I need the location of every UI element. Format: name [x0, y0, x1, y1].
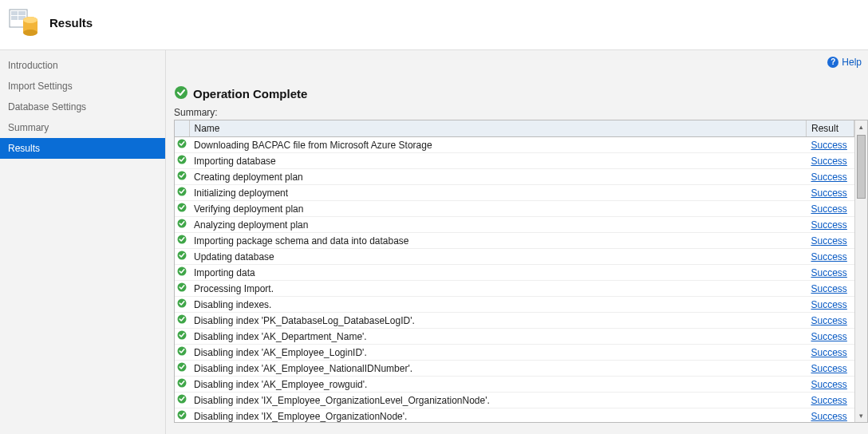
table-row[interactable]: Disabling index 'AK_Employee_rowguid'.Su… — [175, 377, 854, 393]
row-name: Initializing deployment — [189, 185, 807, 201]
row-result: Success — [807, 345, 854, 361]
row-result: Success — [807, 185, 854, 201]
row-name: Disabling indexes. — [189, 297, 807, 313]
row-result: Success — [807, 153, 854, 169]
main-panel: ? Help Operation Complete Summary: Name — [166, 50, 868, 434]
result-link[interactable]: Success — [811, 283, 847, 294]
row-name: Importing package schema and data into d… — [189, 233, 807, 249]
table-row[interactable]: Importing dataSuccess — [175, 265, 854, 281]
row-result: Success — [807, 408, 854, 423]
row-result: Success — [807, 313, 854, 329]
row-result: Success — [807, 265, 854, 281]
result-link[interactable]: Success — [811, 411, 847, 422]
row-result: Success — [807, 137, 854, 153]
row-name: Disabling index 'AK_Employee_rowguid'. — [189, 377, 807, 393]
result-link[interactable]: Success — [811, 315, 847, 326]
summary-label: Summary: — [174, 107, 868, 118]
row-status-icon — [175, 249, 189, 265]
help-label: Help — [842, 57, 862, 68]
table-row[interactable]: Initializing deploymentSuccess — [175, 185, 854, 201]
svg-point-7 — [23, 30, 37, 36]
row-status-icon — [175, 137, 189, 153]
row-name: Verifying deployment plan — [189, 201, 807, 217]
result-link[interactable]: Success — [811, 140, 847, 151]
result-link[interactable]: Success — [811, 363, 847, 374]
sidebar-item-import-settings[interactable]: Import Settings — [0, 76, 165, 97]
row-status-icon — [175, 169, 189, 185]
row-result: Success — [807, 393, 854, 408]
result-link[interactable]: Success — [811, 251, 847, 262]
row-result: Success — [807, 169, 854, 185]
table-row[interactable]: Downloading BACPAC file from Microsoft A… — [175, 137, 854, 153]
result-link[interactable]: Success — [811, 235, 847, 247]
result-link[interactable]: Success — [811, 299, 847, 310]
row-status-icon — [175, 153, 189, 169]
row-status-icon — [175, 265, 189, 281]
table-row[interactable]: Disabling index 'AK_Employee_NationalIDN… — [175, 361, 854, 377]
scroll-thumb[interactable] — [857, 135, 866, 199]
success-check-icon — [174, 85, 188, 102]
result-link[interactable]: Success — [811, 203, 847, 215]
row-status-icon — [175, 217, 189, 233]
sidebar-item-summary[interactable]: Summary — [0, 117, 165, 138]
scroll-down-button[interactable]: ▾ — [855, 409, 867, 422]
row-result: Success — [807, 281, 854, 297]
row-name: Updating database — [189, 249, 807, 265]
table-row[interactable]: Disabling index 'AK_Department_Name'.Suc… — [175, 329, 854, 345]
row-status-icon — [175, 233, 189, 249]
row-result: Success — [807, 361, 854, 377]
operation-status-title: Operation Complete — [193, 87, 307, 101]
result-link[interactable]: Success — [811, 347, 847, 358]
table-row[interactable]: Updating databaseSuccess — [175, 249, 854, 265]
column-header-name[interactable]: Name — [189, 120, 807, 137]
table-row[interactable]: Processing Import.Success — [175, 281, 854, 297]
page-title: Results — [49, 16, 93, 30]
help-link[interactable]: ? Help — [827, 57, 862, 68]
results-grid: Name Result Downloading BACPAC file from… — [174, 120, 868, 423]
result-link[interactable]: Success — [811, 172, 847, 183]
result-link[interactable]: Success — [811, 219, 847, 231]
row-result: Success — [807, 233, 854, 249]
sidebar-item-database-settings[interactable]: Database Settings — [0, 97, 165, 117]
result-link[interactable]: Success — [811, 379, 847, 390]
row-name: Creating deployment plan — [189, 169, 807, 185]
row-status-icon — [175, 329, 189, 345]
row-name: Processing Import. — [189, 281, 807, 297]
result-link[interactable]: Success — [811, 187, 847, 199]
table-row[interactable]: Creating deployment planSuccess — [175, 169, 854, 185]
scroll-up-button[interactable]: ▴ — [855, 120, 867, 133]
row-status-icon — [175, 408, 189, 423]
sidebar-item-results[interactable]: Results — [0, 138, 165, 159]
vertical-scrollbar[interactable]: ▴ ▾ — [854, 120, 867, 422]
row-status-icon — [175, 201, 189, 217]
row-name: Importing data — [189, 265, 807, 281]
column-header-result[interactable]: Result — [807, 120, 854, 137]
sidebar-item-introduction[interactable]: Introduction — [0, 55, 165, 76]
row-result: Success — [807, 297, 854, 313]
scroll-track[interactable] — [855, 200, 867, 409]
svg-rect-3 — [11, 16, 18, 20]
column-header-icon[interactable] — [175, 120, 189, 137]
row-name: Analyzing deployment plan — [189, 217, 807, 233]
row-result: Success — [807, 217, 854, 233]
result-link[interactable]: Success — [811, 156, 847, 167]
row-result: Success — [807, 249, 854, 265]
database-wizard-icon — [8, 6, 40, 38]
row-name: Disabling index 'IX_Employee_Organizatio… — [189, 393, 807, 408]
row-name: Downloading BACPAC file from Microsoft A… — [189, 137, 807, 153]
results-grid-scroll[interactable]: Name Result Downloading BACPAC file from… — [175, 120, 854, 422]
table-row[interactable]: Importing databaseSuccess — [175, 153, 854, 169]
table-row[interactable]: Disabling index 'IX_Employee_Organizatio… — [175, 408, 854, 423]
table-row[interactable]: Disabling index 'IX_Employee_Organizatio… — [175, 393, 854, 408]
table-row[interactable]: Verifying deployment planSuccess — [175, 201, 854, 217]
result-link[interactable]: Success — [811, 331, 847, 342]
table-row[interactable]: Disabling indexes.Success — [175, 297, 854, 313]
table-row[interactable]: Importing package schema and data into d… — [175, 233, 854, 249]
table-row[interactable]: Disabling index 'AK_Employee_LoginID'.Su… — [175, 345, 854, 361]
table-row[interactable]: Disabling index 'PK_DatabaseLog_Database… — [175, 313, 854, 329]
row-status-icon — [175, 377, 189, 393]
result-link[interactable]: Success — [811, 267, 847, 278]
row-name: Importing database — [189, 153, 807, 169]
result-link[interactable]: Success — [811, 395, 847, 406]
table-row[interactable]: Analyzing deployment planSuccess — [175, 217, 854, 233]
